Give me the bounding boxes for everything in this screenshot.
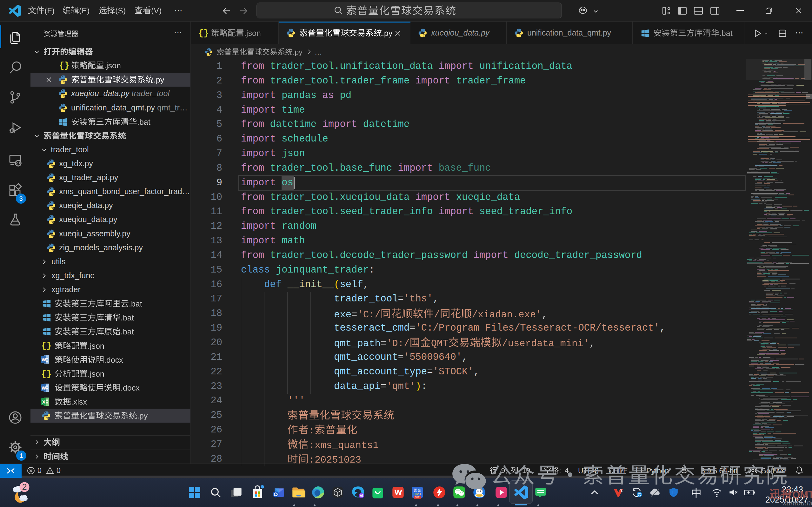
svg-text:X: X — [42, 399, 45, 404]
svg-text:2: 2 — [22, 482, 27, 492]
svg-text:AI: AI — [360, 494, 363, 498]
svg-text:W: W — [42, 357, 46, 362]
svg-text:W: W — [42, 385, 46, 391]
svg-text:L: L — [672, 490, 675, 495]
svg-text:VIP: VIP — [415, 496, 420, 499]
svg-text:国金: 国金 — [414, 488, 421, 492]
